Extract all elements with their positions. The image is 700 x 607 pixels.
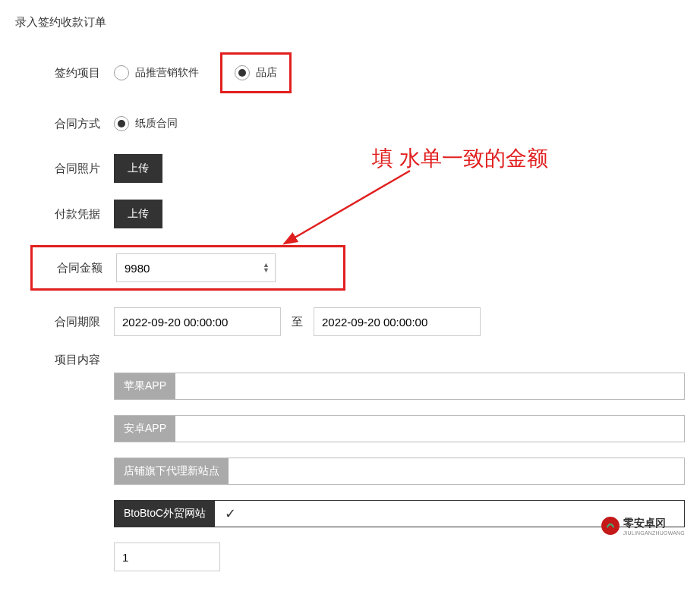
check-icon: ✓ [215,501,245,527]
watermark-icon [601,516,620,536]
svg-point-1 [601,517,620,535]
tag-proxy-site[interactable]: 店铺旗下代理新站点 [114,458,685,485]
radio-shop[interactable]: 品店 [230,56,282,90]
label-signed-project: 签约项目 [15,66,114,80]
radio-software[interactable]: 品推营销软件 [114,65,199,80]
label-contract-period: 合同期限 [15,315,114,329]
upload-proof-button[interactable]: 上传 [114,200,162,228]
watermark-cn: 零安卓冈 [623,517,685,530]
radio-group-project: 品推营销软件 品店 [114,52,292,93]
label-contract-photo: 合同照片 [15,162,114,176]
row-contract-photo: 合同照片 上传 [15,154,685,183]
highlight-amount: 合同金额 ▲▼ [30,245,345,291]
radio-icon [235,65,250,80]
row-payment-proof: 付款凭据 上传 [15,200,685,228]
radio-label: 品推营销软件 [135,66,199,80]
tag-btobtoc[interactable]: BtoBtoC外贸网站 ✓ [114,500,685,527]
label-payment-proof: 付款凭据 [15,207,114,222]
date-from-input[interactable] [114,307,281,336]
radio-icon [114,116,129,131]
radio-label: 品店 [256,66,277,80]
watermark: 零安卓冈 JIULINGANZHUOWANG [601,516,685,536]
upload-photo-button[interactable]: 上传 [114,154,162,183]
annotation-text: 填 水单一致的金额 [372,144,548,173]
watermark-py: JIULINGANZHUOWANG [623,530,685,536]
tag-label: 苹果APP [115,373,175,399]
label-contract-amount: 合同金额 [33,261,116,275]
tag-label: BtoBtoC外贸网站 [115,501,215,527]
row-contract-method: 合同方式 纸质合同 [15,110,685,137]
count-input[interactable] [114,543,220,571]
label-contract-method: 合同方式 [15,117,114,131]
label-project-content: 项目内容 [15,353,114,367]
tag-label: 安卓APP [115,416,175,442]
radio-paper[interactable]: 纸质合同 [114,116,178,131]
row-contract-period: 合同期限 至 [15,307,685,336]
radio-group-method: 纸质合同 [114,116,178,131]
project-content-items: 苹果APP 安卓APP 店铺旗下代理新站点 BtoBtoC外贸网站 ✓ [114,373,685,571]
row-signed-project: 签约项目 品推营销软件 品店 [15,52,685,93]
radio-label: 纸质合同 [135,117,178,131]
page-title: 录入签约收款订单 [15,15,685,30]
highlight-shop: 品店 [220,52,292,93]
tag-apple-app[interactable]: 苹果APP [114,373,685,400]
date-to-input[interactable] [314,307,481,336]
radio-icon [114,65,129,80]
amount-input-wrap: ▲▼ [116,253,276,282]
amount-input[interactable] [116,253,276,282]
date-separator: 至 [292,315,303,329]
tag-label: 店铺旗下代理新站点 [115,458,229,484]
tag-android-app[interactable]: 安卓APP [114,415,685,442]
